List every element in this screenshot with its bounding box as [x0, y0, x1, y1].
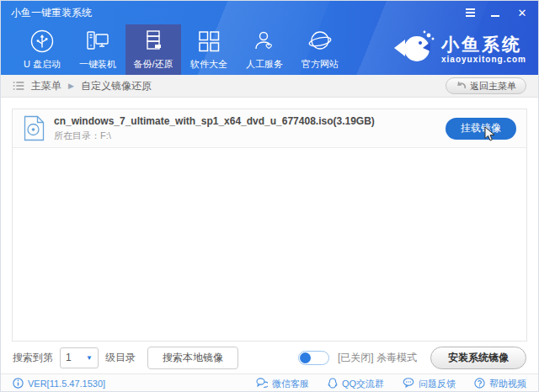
nav-item-website[interactable]: 官方网站 [292, 24, 348, 75]
footer-link-label: QQ交流群 [342, 378, 384, 390]
brand-name: 小鱼系统 [441, 35, 526, 53]
footer-link-label: 微信客服 [272, 378, 309, 390]
app-window: 小鱼一键重装系统 ✕ U 盘启动 [0, 0, 539, 392]
breadcrumb-separator-icon: ▶ [68, 82, 74, 90]
version-label: VER[11.5.47.1530] [28, 379, 105, 389]
titlebar: 小鱼一键重装系统 ✕ [1, 1, 538, 24]
back-button-label: 返回主菜单 [470, 80, 516, 93]
version-info: VER[11.5.47.1530] [13, 378, 105, 390]
nav-label: 备份/还原 [133, 58, 173, 71]
nav-label: U 盘启动 [24, 58, 61, 71]
brand-domain: xiaoyuxitong.com [441, 56, 526, 64]
qq-penguin-icon [328, 378, 338, 390]
antivirus-status-label: [已关闭] 杀毒模式 [338, 351, 417, 365]
computer-icon [85, 29, 110, 54]
back-to-main-menu-button[interactable]: 返回主菜单 [446, 77, 526, 94]
chevron-down-icon: ▼ [86, 354, 93, 362]
main-nav: U 盘启动 一键装机 [1, 24, 538, 75]
backup-restore-icon [141, 29, 166, 54]
person-service-icon [252, 29, 277, 54]
help-icon [474, 378, 485, 390]
brand-logo: 小鱼系统 xiaoyuxitong.com [392, 24, 526, 75]
wechat-support-link[interactable]: 微信客服 [256, 378, 309, 390]
breadcrumb-current: 自定义镜像还原 [81, 79, 152, 93]
toggle-knob [300, 352, 311, 363]
image-list-panel: cn_windows_7_ultimate_with_sp1_x64_dvd_u… [12, 109, 527, 342]
usb-icon [29, 29, 55, 54]
list-icon [13, 81, 24, 91]
nav-label: 软件大全 [190, 58, 227, 71]
menu-icon[interactable] [466, 8, 478, 17]
footer: VER[11.5.47.1530] 微信客服 [1, 373, 538, 392]
minimize-icon[interactable] [491, 9, 503, 17]
disc-file-icon [23, 115, 45, 141]
antivirus-toggle[interactable] [298, 351, 329, 365]
feedback-link[interactable]: 问题反馈 [403, 378, 456, 390]
main-content: cn_windows_7_ultimate_with_sp1_x64_dvd_u… [1, 98, 538, 373]
qq-group-link[interactable]: QQ交流群 [328, 378, 384, 390]
nav-item-usb-boot[interactable]: U 盘启动 [14, 24, 70, 75]
footer-link-label: 问题反馈 [419, 378, 456, 390]
nav-item-support[interactable]: 人工服务 [237, 24, 292, 75]
nav-item-software[interactable]: 软件大全 [181, 24, 237, 75]
install-system-image-button[interactable]: 安装系统镜像 [430, 347, 526, 369]
nav-label: 官方网站 [302, 58, 339, 71]
iso-filename: cn_windows_7_ultimate_with_sp1_x64_dvd_u… [54, 115, 375, 127]
iso-file-row[interactable]: cn_windows_7_ultimate_with_sp1_x64_dvd_u… [13, 109, 526, 148]
depth-value: 1 [66, 352, 72, 363]
help-video-link[interactable]: 帮助视频 [474, 378, 526, 390]
header: 小鱼一键重装系统 ✕ U 盘启动 [1, 1, 538, 75]
search-local-images-button[interactable]: 搜索本地镜像 [147, 347, 238, 369]
feedback-bubble-icon [403, 378, 414, 389]
apps-grid-icon [196, 29, 221, 54]
close-icon[interactable]: ✕ [516, 8, 528, 19]
window-title: 小鱼一键重装系统 [11, 6, 92, 20]
globe-icon [307, 29, 333, 54]
fish-logo-icon [392, 29, 435, 71]
nav-label: 一键装机 [79, 58, 116, 71]
bottom-controls: 搜索到第 1 ▼ 级目录 搜索本地镜像 [已关闭] 杀毒模式 安装系统镜像 [1, 342, 538, 373]
info-icon [13, 378, 24, 390]
nav-label: 人工服务 [246, 58, 283, 71]
iso-location: 所在目录：F:\ [54, 130, 375, 142]
return-arrow-icon [456, 81, 466, 92]
nav-item-backup-restore[interactable]: 备份/还原 [125, 24, 181, 75]
breadcrumb-root[interactable]: 主菜单 [31, 79, 61, 93]
footer-link-label: 帮助视频 [489, 378, 526, 390]
breadcrumb-bar: 主菜单 ▶ 自定义镜像还原 返回主菜单 [1, 75, 538, 98]
depth-select[interactable]: 1 ▼ [60, 347, 99, 368]
nav-item-one-key-install[interactable]: 一键装机 [70, 24, 125, 75]
wechat-icon [256, 378, 268, 389]
mount-image-button[interactable]: 挂载镜像 [446, 118, 516, 140]
search-depth-prefix: 搜索到第 [13, 351, 53, 365]
search-depth-suffix: 级目录 [105, 351, 136, 365]
